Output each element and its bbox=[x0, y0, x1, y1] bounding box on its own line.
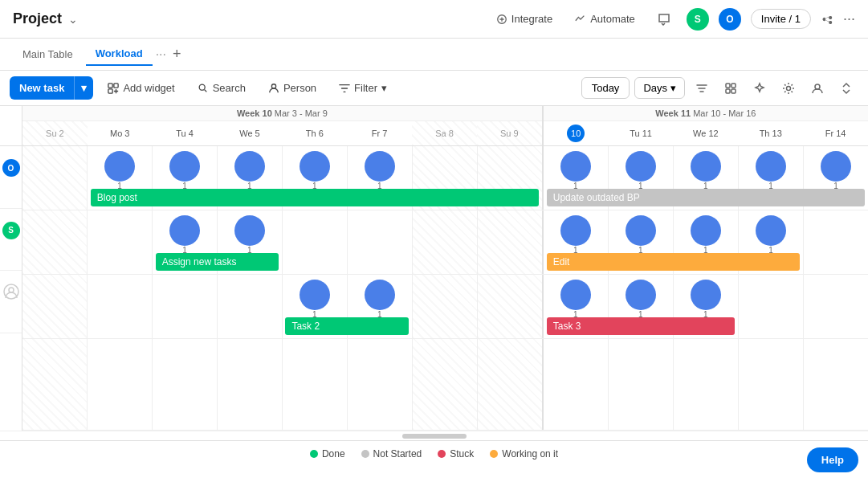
add-tab-button[interactable]: + bbox=[169, 43, 185, 66]
legend-not-started: Not Started bbox=[361, 448, 422, 460]
week10-label: Week 10 Mar 3 - Mar 9 bbox=[22, 106, 542, 121]
legend-dot-working bbox=[490, 450, 498, 458]
today-button[interactable]: Today bbox=[581, 77, 630, 99]
share-icon[interactable] bbox=[821, 13, 833, 26]
svg-point-10 bbox=[787, 86, 791, 90]
svg-point-13 bbox=[9, 288, 14, 292]
svg-rect-8 bbox=[726, 89, 730, 93]
week10-header: Week 10 Mar 3 - Mar 9 Su 2 Mo 3 Tu 4 We … bbox=[22, 106, 544, 145]
integrate-icon bbox=[496, 14, 507, 25]
search-button[interactable]: Search bbox=[189, 78, 254, 98]
new-task-button[interactable]: New task ▾ bbox=[10, 76, 93, 100]
top-bar-right: Integrate Automate S O Invite / 1 ··· bbox=[490, 8, 855, 31]
avatar-row-2 bbox=[0, 271, 22, 333]
user-avatar-s[interactable]: S bbox=[687, 8, 709, 31]
svg-rect-2 bbox=[114, 83, 118, 87]
tab-bar: Main Table Workload ··· + bbox=[0, 39, 868, 71]
svg-rect-3 bbox=[108, 88, 112, 92]
week-headers: Week 10 Mar 3 - Mar 9 Su 2 Mo 3 Tu 4 We … bbox=[22, 106, 868, 146]
svg-point-11 bbox=[815, 84, 820, 89]
grid-row-2: 1 1 Task 2 bbox=[22, 275, 868, 339]
tab-workload[interactable]: Workload bbox=[86, 43, 153, 66]
day-mo3: Mo 3 bbox=[88, 121, 153, 145]
user-filter-icon[interactable] bbox=[805, 76, 829, 100]
invite-button[interactable]: Invite / 1 bbox=[751, 9, 811, 29]
avatar-row-empty bbox=[0, 333, 22, 431]
unassigned-icon bbox=[3, 284, 19, 300]
collapse-icon[interactable] bbox=[834, 76, 858, 100]
day-su2: Su 2 bbox=[22, 121, 88, 145]
grid-row-1: 1 1 Assign new tasks bbox=[22, 210, 868, 275]
tab-more-icon[interactable]: ··· bbox=[156, 47, 166, 62]
days-select[interactable]: Days ▾ bbox=[634, 77, 685, 99]
add-widget-icon bbox=[108, 83, 119, 94]
person-icon bbox=[268, 83, 279, 94]
cell-su2-r0 bbox=[22, 146, 88, 210]
week11-row0: 1 1 1 1 bbox=[544, 146, 868, 210]
svg-rect-6 bbox=[726, 84, 730, 88]
project-chevron-icon[interactable]: ⌄ bbox=[68, 13, 78, 26]
week11-label: Week 11 Mar 10 - Mar 16 bbox=[544, 106, 868, 121]
search-icon bbox=[198, 83, 209, 94]
legend-dot-done bbox=[310, 450, 318, 458]
legend-bar: Done Not Started Stuck Working on it bbox=[0, 440, 868, 466]
week10-row2: 1 1 Task 2 bbox=[22, 275, 544, 338]
user-avatar-o[interactable]: O bbox=[719, 8, 741, 31]
chat-button[interactable] bbox=[651, 10, 677, 29]
week10-row0: 1 1 1 1 bbox=[22, 146, 544, 210]
automate-button[interactable]: Automate bbox=[568, 10, 642, 28]
svg-point-4 bbox=[199, 84, 205, 90]
help-button[interactable]: Help bbox=[807, 447, 858, 472]
avatar-column: O S bbox=[0, 106, 22, 431]
top-bar: Project ⌄ Integrate Automate S O Invite … bbox=[0, 0, 868, 39]
legend-dot-not-started bbox=[361, 450, 369, 458]
add-widget-button[interactable]: Add widget bbox=[100, 78, 182, 98]
user-avatar-O[interactable]: O bbox=[2, 159, 20, 177]
week11-row2: 1 1 1 Task 3 bbox=[544, 275, 868, 338]
legend-working: Working on it bbox=[490, 448, 558, 460]
calendar-main: Week 10 Mar 3 - Mar 9 Su 2 Mo 3 Tu 4 We … bbox=[22, 106, 868, 431]
grid-rows-container: 1 1 1 1 bbox=[22, 146, 868, 431]
week11-header: Week 11 Mar 10 - Mar 16 10 Tu 11 We 12 T… bbox=[544, 106, 868, 145]
svg-rect-9 bbox=[731, 89, 736, 93]
settings-icon[interactable] bbox=[776, 76, 801, 100]
scroll-bar-area bbox=[0, 431, 868, 440]
week11-days: 10 Tu 11 We 12 Th 13 Fr 14 bbox=[544, 121, 868, 145]
day-tu11: Tu 11 bbox=[609, 121, 674, 145]
tab-main-table[interactable]: Main Table bbox=[13, 43, 83, 65]
day-we5: We 5 bbox=[218, 121, 283, 145]
scroll-indicator[interactable] bbox=[402, 434, 467, 439]
sort-icon[interactable] bbox=[690, 76, 714, 100]
legend-dot-stuck bbox=[438, 450, 446, 458]
automate-icon bbox=[575, 14, 586, 25]
day-fr7: Fr 7 bbox=[347, 121, 412, 145]
project-title: Project bbox=[13, 10, 62, 27]
task-bar-update-bp[interactable]: Update outdated BP bbox=[547, 189, 865, 206]
legend-stuck: Stuck bbox=[438, 448, 474, 460]
person-button[interactable]: Person bbox=[260, 78, 324, 98]
integrate-button[interactable]: Integrate bbox=[490, 10, 559, 28]
day-th6: Th 6 bbox=[282, 121, 347, 145]
avatar-circle bbox=[104, 151, 135, 182]
filter-icon bbox=[339, 83, 350, 94]
week10-row1: 1 1 Assign new tasks bbox=[22, 210, 544, 274]
svg-rect-7 bbox=[731, 84, 736, 88]
calendar-area: O S Week 10 Mar 3 - Mar 9 Su 2 Mo 3 bbox=[0, 106, 868, 431]
layout-icon[interactable] bbox=[719, 76, 743, 100]
more-options-icon[interactable]: ··· bbox=[843, 10, 855, 27]
grid-row-empty1 bbox=[22, 339, 868, 431]
day-th13: Th 13 bbox=[738, 121, 803, 145]
task-bar-task2[interactable]: Task 2 bbox=[285, 317, 409, 335]
task-bar-blog-post[interactable]: Blog post bbox=[91, 189, 539, 206]
avatar-row-1: S bbox=[0, 209, 22, 272]
legend-done: Done bbox=[310, 448, 345, 460]
magic-icon[interactable] bbox=[748, 76, 772, 100]
task-bar-task3[interactable]: Task 3 bbox=[547, 317, 736, 335]
task-bar-assign[interactable]: Assign new tasks bbox=[156, 253, 279, 271]
filter-button[interactable]: Filter ▾ bbox=[331, 78, 395, 98]
week10-days: Su 2 Mo 3 Tu 4 We 5 Th 6 Fr 7 Sa 8 Su 9 bbox=[22, 121, 542, 145]
svg-rect-1 bbox=[108, 83, 112, 87]
user-avatar-S[interactable]: S bbox=[2, 222, 20, 239]
task-bar-edit[interactable]: Edit bbox=[547, 253, 800, 271]
toolbar-left: New task ▾ Add widget Search Person Filt… bbox=[10, 76, 395, 100]
